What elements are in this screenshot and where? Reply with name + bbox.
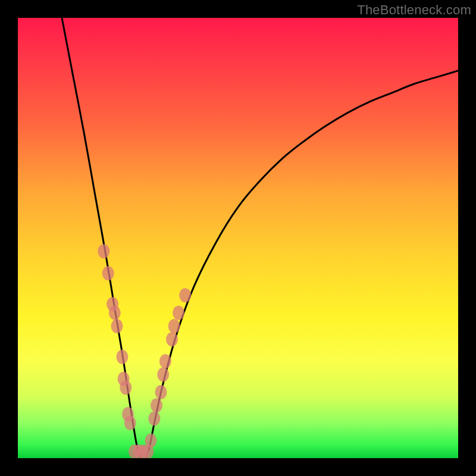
svg-point-1 xyxy=(102,266,114,280)
data-point xyxy=(120,381,131,395)
data-point xyxy=(129,444,140,458)
chart-svg xyxy=(18,18,458,458)
data-point xyxy=(98,244,109,258)
svg-point-4 xyxy=(111,319,123,333)
svg-point-5 xyxy=(116,350,128,364)
bottleneck-curve xyxy=(62,18,458,458)
data-point xyxy=(107,297,118,311)
watermark-text: TheBottleneck.com xyxy=(357,2,471,18)
data-point xyxy=(157,367,169,381)
data-point xyxy=(102,266,114,280)
svg-point-12 xyxy=(137,444,149,458)
data-point xyxy=(116,350,128,364)
svg-point-0 xyxy=(98,244,109,258)
svg-point-3 xyxy=(109,306,121,320)
data-point xyxy=(111,319,123,333)
svg-point-11 xyxy=(133,444,145,458)
data-point xyxy=(159,354,171,368)
chart-frame: TheBottleneck.com xyxy=(0,0,476,476)
svg-point-6 xyxy=(118,372,130,386)
data-point xyxy=(124,416,136,430)
svg-point-10 xyxy=(129,444,140,458)
data-point xyxy=(142,444,154,458)
svg-point-17 xyxy=(155,385,167,399)
svg-point-14 xyxy=(145,433,156,447)
data-point xyxy=(166,332,178,346)
data-point xyxy=(155,385,167,399)
data-point xyxy=(148,411,160,425)
svg-point-13 xyxy=(142,444,154,458)
svg-point-19 xyxy=(159,354,171,368)
svg-point-7 xyxy=(120,381,131,395)
svg-point-22 xyxy=(173,306,184,320)
svg-point-15 xyxy=(148,411,160,425)
svg-point-8 xyxy=(122,407,134,421)
curve-path xyxy=(62,18,458,458)
data-point xyxy=(137,444,149,458)
plot-area xyxy=(18,18,458,458)
data-point xyxy=(109,306,121,320)
svg-point-23 xyxy=(179,288,191,302)
data-point xyxy=(173,306,184,320)
data-point-markers xyxy=(98,244,191,458)
data-point xyxy=(151,398,162,412)
data-point xyxy=(133,444,145,458)
svg-point-2 xyxy=(107,297,118,311)
data-point xyxy=(168,319,180,333)
svg-point-20 xyxy=(166,332,178,346)
data-point xyxy=(145,433,156,447)
svg-point-16 xyxy=(151,398,162,412)
svg-point-21 xyxy=(168,319,180,333)
data-point xyxy=(122,407,134,421)
data-point xyxy=(179,288,191,302)
svg-point-9 xyxy=(124,416,136,430)
svg-point-18 xyxy=(157,367,169,381)
data-point xyxy=(118,372,130,386)
